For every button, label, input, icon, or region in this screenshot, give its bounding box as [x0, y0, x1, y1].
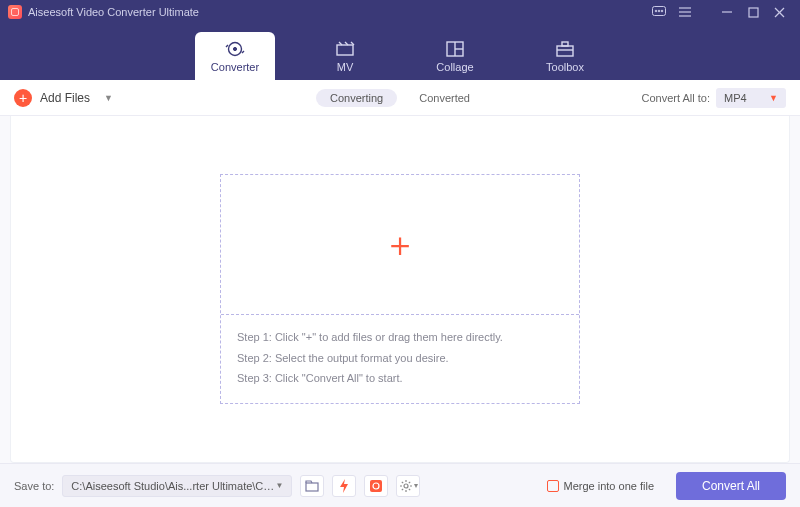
- chevron-down-icon[interactable]: ▼: [104, 93, 113, 103]
- app-logo-icon: [8, 5, 22, 19]
- svg-point-1: [655, 10, 657, 12]
- settings-button[interactable]: ▾: [396, 475, 420, 497]
- svg-rect-8: [749, 8, 758, 17]
- svg-point-3: [661, 10, 663, 12]
- convert-all-button[interactable]: Convert All: [676, 472, 786, 500]
- gpu-accel-button[interactable]: [332, 475, 356, 497]
- dropzone[interactable]: ＋ Step 1: Click "+" to add files or drag…: [220, 174, 580, 405]
- app-window: Aiseesoft Video Converter Ultimate Conve…: [0, 0, 800, 507]
- app-title: Aiseesoft Video Converter Ultimate: [28, 6, 199, 18]
- convert-all-to: Convert All to: MP4 ▼: [642, 88, 786, 108]
- svg-rect-20: [306, 483, 318, 491]
- convert-all-to-label: Convert All to:: [642, 92, 710, 104]
- checkbox-icon: [547, 480, 559, 492]
- step-text: Step 3: Click "Convert All" to start.: [237, 368, 563, 389]
- step-text: Step 2: Select the output format you des…: [237, 348, 563, 369]
- save-to-label: Save to:: [14, 480, 54, 492]
- subtab-converted[interactable]: Converted: [405, 89, 484, 107]
- tab-mv[interactable]: MV: [305, 32, 385, 80]
- workspace: ＋ Step 1: Click "+" to add files or drag…: [10, 116, 790, 463]
- bottombar: Save to: C:\Aiseesoft Studio\Ais...rter …: [0, 463, 800, 507]
- open-folder-button[interactable]: [300, 475, 324, 497]
- menu-icon[interactable]: [672, 0, 698, 24]
- merge-label: Merge into one file: [564, 480, 655, 492]
- toolbox-icon: [556, 40, 574, 58]
- minimize-icon[interactable]: [714, 0, 740, 24]
- svg-point-23: [404, 484, 408, 488]
- chevron-down-icon: ▼: [275, 481, 283, 490]
- svg-point-2: [658, 10, 660, 12]
- tab-toolbox[interactable]: Toolbox: [525, 32, 605, 80]
- toolbar: + Add Files ▼ Converting Converted Conve…: [0, 80, 800, 116]
- plus-icon: +: [14, 89, 32, 107]
- dropzone-add-area[interactable]: ＋: [221, 175, 579, 315]
- output-format-dropdown[interactable]: MP4 ▼: [716, 88, 786, 108]
- svg-rect-18: [562, 42, 568, 46]
- tab-label: Converter: [211, 61, 259, 73]
- feedback-icon[interactable]: [646, 0, 672, 24]
- maximize-icon[interactable]: [740, 0, 766, 24]
- chevron-down-icon: ▼: [769, 93, 778, 103]
- tab-label: Collage: [436, 61, 473, 73]
- tab-label: MV: [337, 61, 354, 73]
- subtab-converting[interactable]: Converting: [316, 89, 397, 107]
- output-format-value: MP4: [724, 92, 747, 104]
- chevron-down-icon: ▾: [414, 481, 418, 490]
- tab-converter[interactable]: Converter: [195, 32, 275, 80]
- tab-label: Toolbox: [546, 61, 584, 73]
- instructions: Step 1: Click "+" to add files or drag t…: [221, 315, 579, 404]
- svg-rect-13: [337, 45, 353, 55]
- high-speed-button[interactable]: [364, 475, 388, 497]
- add-files-button[interactable]: + Add Files ▼: [14, 89, 113, 107]
- converter-icon: [225, 40, 245, 58]
- status-tabs: Converting Converted: [316, 89, 484, 107]
- svg-rect-21: [370, 480, 382, 492]
- merge-checkbox[interactable]: Merge into one file: [547, 480, 655, 492]
- svg-point-12: [233, 47, 236, 50]
- save-path-dropdown[interactable]: C:\Aiseesoft Studio\Ais...rter Ultimate\…: [62, 475, 292, 497]
- plus-icon: ＋: [383, 227, 417, 261]
- svg-rect-17: [557, 46, 573, 56]
- close-icon[interactable]: [766, 0, 792, 24]
- step-text: Step 1: Click "+" to add files or drag t…: [237, 327, 563, 348]
- collage-icon: [446, 40, 464, 58]
- mv-icon: [335, 40, 355, 58]
- titlebar: Aiseesoft Video Converter Ultimate: [0, 0, 800, 24]
- tab-collage[interactable]: Collage: [415, 32, 495, 80]
- main-nav: Converter MV Collage Toolbox: [0, 24, 800, 80]
- save-path-value: C:\Aiseesoft Studio\Ais...rter Ultimate\…: [71, 480, 275, 492]
- add-files-label: Add Files: [40, 91, 90, 105]
